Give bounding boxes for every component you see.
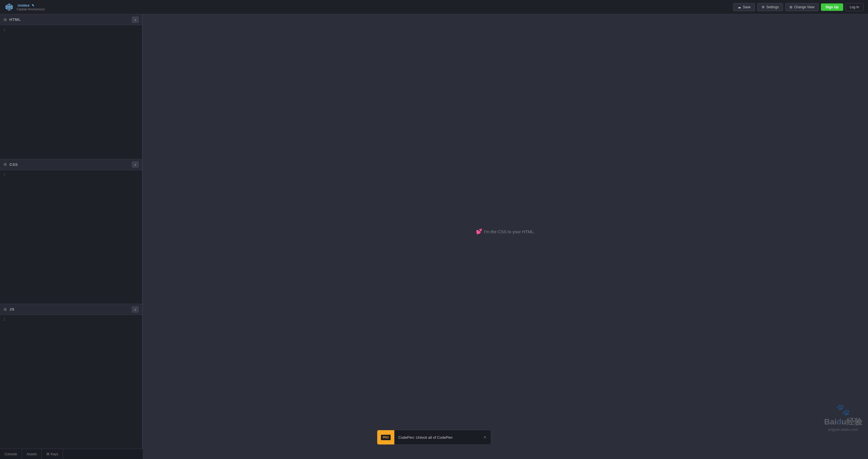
css-editor[interactable]: 1 (0, 170, 142, 304)
html-editor[interactable]: 1 (0, 25, 142, 159)
baidu-text-sub: jingyan.baidu.com (824, 427, 862, 432)
preview-emoji: 💕 (476, 228, 482, 235)
settings-button[interactable]: ⚙ Settings (757, 3, 783, 11)
keys-tab[interactable]: ⌘ Keys (42, 449, 63, 459)
js-line-1: 1 (0, 317, 142, 323)
pen-title: Untitled ✎ (17, 3, 44, 7)
css-panel: ⚙ CSS ∨ 1 (0, 159, 142, 304)
html-panel: ⚙ HTML ∨ 1 (0, 14, 142, 159)
footer-row: Console Assets ⌘ Keys (0, 449, 868, 459)
signup-button[interactable]: Sign Up (821, 3, 843, 11)
css-settings-icon[interactable]: ⚙ (3, 162, 7, 167)
toast-pro-label: PRO (380, 434, 391, 441)
css-line-1: 1 (0, 173, 142, 178)
baidu-watermark: 🐾 Baidu经验 jingyan.baidu.com (824, 403, 862, 432)
assets-tab[interactable]: Assets (22, 449, 42, 459)
login-button[interactable]: Log In (845, 3, 863, 11)
html-panel-header: ⚙ HTML ∨ (0, 14, 142, 25)
header-title: Untitled ✎ Captain Anonymous (17, 3, 44, 11)
main-layout: ⚙ HTML ∨ 1 ⚙ CSS ∨ 1 (0, 14, 868, 449)
toast-close-button[interactable]: × (484, 435, 486, 440)
preview-message: 💕 I'm the CSS to your HTML. (476, 228, 535, 235)
toast-pro-icon: PRO (377, 430, 394, 445)
cloud-icon: ☁ (738, 5, 741, 9)
js-panel-header-left: ⚙ JS (3, 307, 14, 312)
baidu-paw-icon: 🐾 (824, 403, 862, 417)
css-panel-label: CSS (9, 162, 18, 167)
gear-icon: ⚙ (762, 5, 765, 9)
codepen-logo (5, 3, 14, 12)
baidu-text-main: Baidu经验 (824, 417, 862, 427)
console-tab[interactable]: Console (0, 449, 22, 459)
js-panel-header: ⚙ JS ∨ (0, 304, 142, 315)
header-left: Untitled ✎ Captain Anonymous (5, 3, 44, 12)
js-settings-icon[interactable]: ⚙ (3, 307, 7, 312)
html-settings-icon[interactable]: ⚙ (3, 18, 7, 22)
js-collapse-button[interactable]: ∨ (132, 306, 139, 312)
header: Untitled ✎ Captain Anonymous ☁ Save ⚙ Se… (0, 0, 868, 14)
view-icon: ⊞ (789, 5, 793, 9)
html-line-1: 1 (0, 27, 142, 33)
js-panel-label: JS (9, 307, 14, 311)
toast-message: CodePen: Unlock all of CodePen (398, 435, 480, 439)
js-editor[interactable]: 1 (0, 315, 142, 449)
css-panel-header: ⚙ CSS ∨ (0, 159, 142, 170)
html-panel-label: HTML (9, 18, 21, 22)
change-view-button[interactable]: ⊞ Change View (785, 3, 819, 11)
toast-notification: PRO CodePen: Unlock all of CodePen × (377, 430, 491, 445)
header-right: ☁ Save ⚙ Settings ⊞ Change View Sign Up … (733, 3, 863, 11)
bottom-bar: Console Assets ⌘ Keys (0, 449, 143, 459)
preview-text: I'm the CSS to your HTML. (484, 229, 535, 234)
css-collapse-button[interactable]: ∨ (132, 161, 139, 167)
save-button[interactable]: ☁ Save (733, 3, 755, 11)
html-panel-header-left: ⚙ HTML (3, 18, 21, 22)
css-panel-header-left: ⚙ CSS (3, 162, 18, 167)
html-collapse-button[interactable]: ∨ (132, 17, 139, 23)
editor-panels: ⚙ HTML ∨ 1 ⚙ CSS ∨ 1 (0, 14, 143, 449)
preview-area: 💕 I'm the CSS to your HTML. 🐾 Baidu经验 ji… (143, 14, 868, 449)
js-panel: ⚙ JS ∨ 1 (0, 304, 142, 449)
pen-author: Captain Anonymous (17, 7, 44, 11)
preview-content: 💕 I'm the CSS to your HTML. (143, 14, 868, 449)
